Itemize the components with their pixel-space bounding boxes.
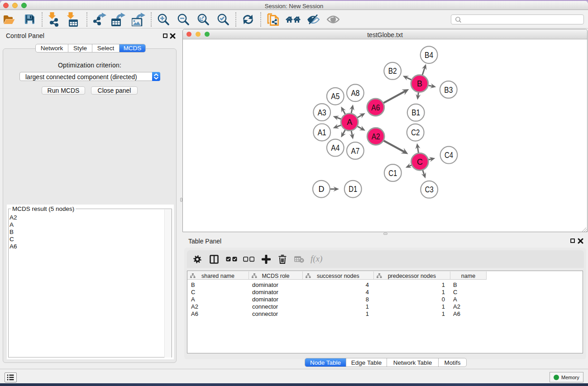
svg-text:A5: A5 [331,92,339,101]
svg-text:A2: A2 [372,132,380,141]
svg-text:A6: A6 [371,103,380,112]
svg-text:C4: C4 [445,151,453,160]
svg-text:A: A [347,118,352,127]
svg-text:C1: C1 [388,169,397,178]
svg-text:A8: A8 [351,89,359,98]
svg-text:B: B [417,79,422,88]
svg-text:A7: A7 [351,147,359,156]
svg-text:B2: B2 [388,67,397,76]
svg-text:A3: A3 [318,108,326,117]
svg-text:B1: B1 [411,108,420,117]
svg-text:C3: C3 [425,185,434,194]
svg-text:A4: A4 [331,143,339,152]
svg-text:D: D [318,185,324,194]
svg-text:C2: C2 [411,128,420,137]
svg-text:A1: A1 [318,128,326,137]
svg-text:B3: B3 [444,86,453,95]
svg-text:D1: D1 [349,185,357,194]
svg-text:B4: B4 [425,51,433,60]
svg-text:C: C [417,157,423,167]
